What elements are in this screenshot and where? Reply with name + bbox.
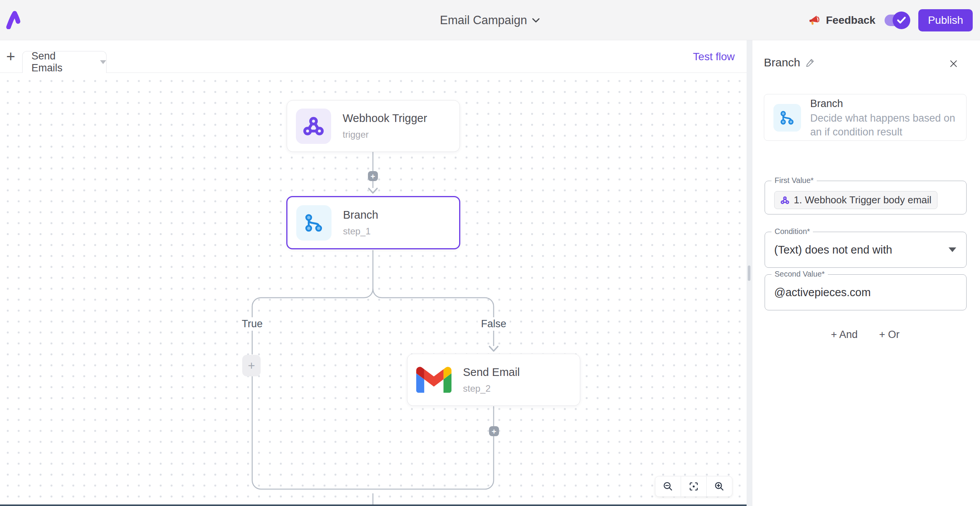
fit-view-button[interactable] <box>681 476 706 496</box>
branch-icon-tile <box>296 205 332 241</box>
zoom-in-button[interactable] <box>706 476 732 496</box>
branch-icon <box>779 110 795 126</box>
token-text: 1. Webhook Trigger body email <box>794 194 931 206</box>
piece-name: Branch <box>810 98 843 110</box>
chevron-down-icon <box>532 18 540 23</box>
panel-header: Branch <box>764 56 815 69</box>
add-or-button[interactable]: + Or <box>879 329 900 341</box>
add-step-button[interactable]: + <box>489 426 499 436</box>
flow-tabbar: + Send Emails Test flow <box>0 40 747 73</box>
node-send-email[interactable]: Send Email step_2 <box>407 354 580 406</box>
canvas-scrollbar-thumb[interactable] <box>748 265 750 281</box>
add-and-button[interactable]: + And <box>831 329 858 341</box>
webhook-icon-tile <box>296 109 331 144</box>
select-caret-icon <box>949 247 956 252</box>
zoom-out-button[interactable] <box>655 476 681 496</box>
feedback-button[interactable]: Feedback <box>808 14 875 26</box>
webhook-icon <box>780 196 790 205</box>
topbar: Email Campaign Feedback P <box>0 0 980 40</box>
feedback-label: Feedback <box>826 14 875 26</box>
first-value-field[interactable]: First Value* 1. Webhook Trigger body ema… <box>765 181 967 214</box>
node-subtitle: step_2 <box>463 383 520 394</box>
second-value-input[interactable]: @activepieces.com <box>774 286 871 299</box>
edit-pencil-icon[interactable] <box>805 58 815 68</box>
branch-icon-tile <box>773 104 801 132</box>
topbar-right: Feedback Publish <box>808 0 973 40</box>
gmail-icon <box>416 366 451 393</box>
flow-title-menu[interactable]: Email Campaign <box>440 0 540 40</box>
canvas-bottom-scrollbar[interactable] <box>0 504 747 506</box>
condition-label: Condition* <box>772 227 813 236</box>
feedback-toggle[interactable] <box>885 15 909 26</box>
tab-send-emails[interactable]: Send Emails <box>22 51 107 73</box>
second-value-label: Second Value* <box>772 270 828 279</box>
fit-view-icon <box>688 481 699 492</box>
add-tab-button[interactable]: + <box>2 40 19 73</box>
node-branch[interactable]: Branch step_1 <box>286 196 460 249</box>
node-title: Branch <box>343 209 378 221</box>
second-value-field[interactable]: Second Value* @activepieces.com <box>765 274 967 310</box>
branch-true-label: True <box>238 317 266 331</box>
activepieces-logo-icon[interactable] <box>5 11 23 29</box>
zoom-out-icon <box>663 481 673 492</box>
piece-description: Decide what happens based on an if condi… <box>810 111 965 139</box>
node-title: Webhook Trigger <box>343 112 427 125</box>
piece-info-card: Branch Decide what happens based on an i… <box>764 94 967 141</box>
tab-caret-icon <box>100 60 106 64</box>
condition-select[interactable]: Condition* (Text) does not end with <box>765 232 967 268</box>
branch-icon <box>304 213 324 233</box>
publish-button[interactable]: Publish <box>918 9 973 31</box>
first-value-token[interactable]: 1. Webhook Trigger body email <box>774 191 937 209</box>
node-title: Send Email <box>463 366 520 379</box>
flow-title: Email Campaign <box>440 13 527 27</box>
flow-canvas[interactable]: Webhook Trigger trigger + Branch step_1 <box>0 40 747 506</box>
tab-label: Send Emails <box>31 50 89 74</box>
first-value-label: First Value* <box>772 176 817 185</box>
toggle-knob <box>893 12 910 29</box>
canvas-zoom-toolbar <box>655 476 732 497</box>
test-flow-link[interactable]: Test flow <box>693 40 735 73</box>
step-settings-panel: Branch Br <box>752 40 980 506</box>
branch-false-label: False <box>478 317 510 331</box>
add-step-placeholder[interactable]: + <box>242 355 261 376</box>
add-step-button[interactable]: + <box>368 171 378 181</box>
webhook-icon <box>302 115 325 137</box>
condition-value: (Text) does not end with <box>774 244 892 256</box>
megaphone-icon <box>808 14 821 26</box>
zoom-in-icon <box>714 481 725 492</box>
condition-group-actions: + And + Or <box>764 329 967 341</box>
panel-title: Branch <box>764 56 800 69</box>
close-icon[interactable] <box>949 59 959 69</box>
node-subtitle: trigger <box>343 129 427 140</box>
check-icon <box>896 16 906 25</box>
node-subtitle: step_1 <box>343 226 378 237</box>
node-webhook-trigger[interactable]: Webhook Trigger trigger <box>287 100 460 152</box>
